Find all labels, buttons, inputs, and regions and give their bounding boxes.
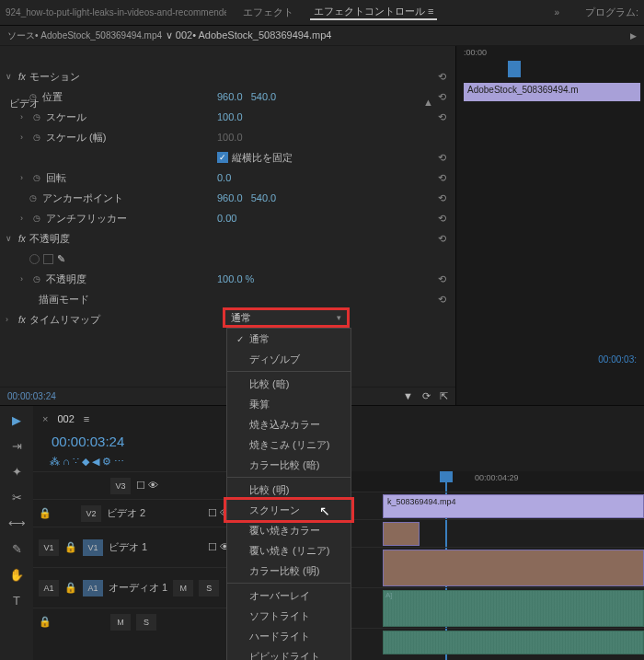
razor-tool[interactable]: ✂ bbox=[5, 491, 29, 509]
ruler-tick: 00:00:04:29 bbox=[475, 473, 519, 482]
antiflicker-row[interactable]: ›◷ アンチフリッカー 0.00 ⟲ bbox=[0, 208, 455, 228]
program-panel-label: プログラム: bbox=[585, 6, 638, 19]
video-section-header: ビデオ bbox=[9, 98, 40, 109]
source-bar: ソース• AdobeStock_508369494.mp4 ∨ 002• Ado… bbox=[0, 26, 644, 46]
uniform-scale-row[interactable]: ✓縦横比を固定 ⟲ bbox=[0, 147, 455, 168]
close-icon[interactable]: × bbox=[42, 413, 48, 424]
video-clip[interactable]: k_508369494.mp4 bbox=[383, 494, 644, 518]
blend-mode-select[interactable]: 通常 ▾ bbox=[223, 307, 350, 328]
tab-effect-controls[interactable]: エフェクトコントロール ≡ bbox=[310, 5, 437, 20]
effect-controls-panel: ビデオ▲ ∨fx モーション ⟲ ◷ 位置 960.0 540.0 ⟲ ›◷ ス… bbox=[0, 46, 455, 405]
sequence-clip-dropdown[interactable]: ∨ 002• AdobeStock_508369494.mp4 bbox=[166, 29, 331, 41]
blend-option[interactable]: 比較 (暗) bbox=[227, 374, 351, 394]
filter-icon[interactable]: ▼ bbox=[403, 390, 413, 402]
track-v2[interactable]: 🔒V2ビデオ 2☐ 👁 bbox=[33, 499, 236, 527]
blend-mode-dropdown[interactable]: ✓通常ディゾルブ比較 (暗)乗算焼き込みカラー焼きこみ (リニア)カラー比較 (… bbox=[226, 328, 351, 660]
track-v3[interactable]: V3☐ 👁 bbox=[33, 471, 236, 499]
slip-tool[interactable]: ⟷ bbox=[5, 516, 29, 535]
blend-option[interactable]: ビビッドライト bbox=[227, 646, 351, 660]
video-clip[interactable] bbox=[383, 550, 644, 586]
export-icon[interactable]: ⇱ bbox=[440, 390, 448, 402]
opacity-section-row[interactable]: ∨fx 不透明度 ⟲ bbox=[0, 228, 455, 249]
tab-effects[interactable]: エフェクト bbox=[239, 6, 297, 19]
scale-row[interactable]: ›◷ スケール 100.0 ⟲ bbox=[0, 107, 455, 127]
panel-timecode[interactable]: 00:00:03:24 bbox=[7, 391, 56, 401]
ripple-tool[interactable]: ✦ bbox=[5, 465, 29, 483]
blend-option[interactable]: 乗算 bbox=[227, 394, 351, 414]
hand-tool[interactable]: ✋ bbox=[5, 568, 29, 586]
audio-clip[interactable] bbox=[383, 631, 644, 654]
clip-bar[interactable]: AdobeStock_508369494.m bbox=[464, 83, 640, 101]
blend-option[interactable]: カラー比較 (明) bbox=[227, 561, 351, 581]
track-a1[interactable]: A1🔒A1オーディオ 1MS bbox=[33, 567, 236, 608]
opacity-value-row[interactable]: ›◷ 不透明度 100.0 % ⟲ bbox=[0, 269, 455, 289]
playhead-icon[interactable] bbox=[508, 61, 521, 77]
blend-option[interactable]: 焼き込みカラー bbox=[227, 414, 351, 434]
blend-option[interactable]: ソフトライト bbox=[227, 606, 351, 626]
tabs-overflow-icon[interactable]: » bbox=[554, 7, 559, 17]
chevron-down-icon: ▾ bbox=[337, 313, 341, 322]
blend-option[interactable]: 比較 (明) bbox=[227, 480, 351, 500]
play-icon[interactable]: ▶ bbox=[630, 31, 637, 41]
ruler-tick: :00:00 bbox=[464, 48, 487, 57]
selection-tool[interactable]: ▶ bbox=[5, 413, 29, 432]
tool-palette: ▶ ⇥ ✦ ✂ ⟷ ✎ ✋ T bbox=[0, 406, 33, 660]
sequence-name[interactable]: 002 bbox=[57, 413, 74, 424]
mask-shapes-row[interactable]: ✎ bbox=[0, 249, 455, 269]
reset-icon[interactable]: ⟲ bbox=[438, 71, 450, 83]
effect-controls-timeline[interactable]: :00:00 AdobeStock_508369494.m 00:00:03: bbox=[455, 46, 644, 405]
rotation-row[interactable]: ›◷ 回転 0.0 ⟲ bbox=[0, 168, 455, 188]
scale-width-row: ›◷ スケール (幅) 100.0 bbox=[0, 127, 455, 147]
project-path: 924_how-to-put-light-leaks-in-videos-and… bbox=[6, 7, 226, 17]
motion-row[interactable]: ∨fx モーション ⟲ bbox=[0, 66, 455, 87]
blend-mode-row[interactable]: 描画モード ⟲ bbox=[0, 289, 455, 309]
track-v1[interactable]: V1🔒V1ビデオ 1☐ 👁 bbox=[33, 527, 236, 567]
blend-option[interactable]: ディゾルブ bbox=[227, 349, 351, 369]
blend-option[interactable]: ✓通常 bbox=[227, 329, 351, 349]
link-icon[interactable]: ⟳ bbox=[422, 390, 431, 402]
blend-option[interactable]: カラー比較 (暗) bbox=[227, 455, 351, 475]
blend-option[interactable]: ハードライト bbox=[227, 626, 351, 646]
track-headers: V3☐ 👁 🔒V2ビデオ 2☐ 👁 V1🔒V1ビデオ 1☐ 👁 A1🔒A1オーデ… bbox=[33, 471, 236, 655]
top-tab-bar: 924_how-to-put-light-leaks-in-videos-and… bbox=[0, 0, 644, 26]
type-tool[interactable]: T bbox=[5, 594, 29, 612]
blend-option[interactable]: スクリーン bbox=[227, 500, 351, 520]
panel-menu-icon[interactable]: ≡ bbox=[84, 413, 89, 424]
blend-option[interactable]: オーバーレイ bbox=[227, 585, 351, 606]
end-timecode: 00:00:03: bbox=[598, 354, 637, 365]
blend-option[interactable]: 覆い焼き (リニア) bbox=[227, 540, 351, 561]
blend-option[interactable]: 焼きこみ (リニア) bbox=[227, 434, 351, 455]
track-select-tool[interactable]: ⇥ bbox=[5, 439, 29, 457]
position-row[interactable]: ◷ 位置 960.0 540.0 ⟲ bbox=[0, 87, 455, 107]
checkbox-icon: ✓ bbox=[217, 152, 228, 163]
video-clip[interactable] bbox=[383, 522, 420, 546]
blend-option[interactable]: 覆い焼きカラー bbox=[227, 520, 351, 540]
pen-tool[interactable]: ✎ bbox=[5, 542, 29, 561]
anchor-row[interactable]: ◷ アンカーポイント 960.0 540.0 ⟲ bbox=[0, 188, 455, 208]
track-a2[interactable]: 🔒MS bbox=[33, 608, 236, 635]
source-clip-label: ソース• AdobeStock_508369494.mp4 bbox=[7, 29, 162, 42]
audio-clip[interactable]: A] bbox=[383, 590, 644, 627]
